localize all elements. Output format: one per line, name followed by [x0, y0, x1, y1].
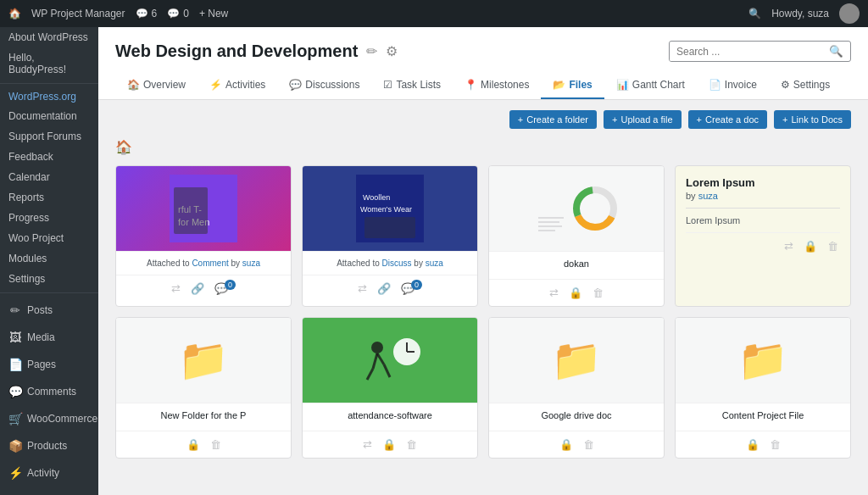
breadcrumb: 🏠 — [115, 139, 851, 155]
comment-count[interactable]: 💬 6 — [136, 8, 158, 19]
create-folder-button[interactable]: + Create a folder — [509, 110, 597, 129]
move-file-2[interactable]: ⇄ — [356, 281, 369, 297]
update-count[interactable]: 💬 0 — [167, 8, 189, 19]
tab-gantt-chart[interactable]: 📊 Gantt Chart — [604, 72, 697, 99]
tab-settings[interactable]: ⚙ Settings — [769, 72, 842, 99]
sidebar-posts[interactable]: ✏ Posts — [0, 297, 98, 324]
svg-rect-11 — [538, 225, 562, 227]
milestones-icon: 📍 — [465, 79, 477, 91]
lorem-lock[interactable]: 🔒 — [802, 238, 819, 254]
search-icon[interactable]: 🔍 — [748, 8, 761, 19]
tab-settings-icon: ⚙ — [781, 79, 790, 91]
move-file-3[interactable]: ⇄ — [548, 285, 560, 301]
file-name-content-project: Content Project File — [684, 410, 842, 420]
file-name-attendance: attendance-software — [311, 410, 469, 420]
tab-milestones[interactable]: 📍 Milestones — [453, 72, 541, 99]
delete-folder-1[interactable]: 🗑 — [209, 437, 223, 453]
sidebar-calendar[interactable]: Calendar — [0, 167, 98, 187]
search-input[interactable] — [670, 42, 822, 61]
comment-link[interactable]: Comment — [192, 259, 228, 268]
discuss-link[interactable]: Discuss — [382, 259, 412, 268]
tab-invoice[interactable]: 📄 Invoice — [697, 72, 769, 99]
project-search[interactable]: 🔍 — [669, 41, 851, 62]
link-to-docs-button[interactable]: + Link to Docs — [774, 110, 851, 129]
create-folder-icon: + — [518, 114, 523, 125]
tab-files[interactable]: 📂 Files — [541, 72, 604, 99]
sidebar-modules[interactable]: Modules — [0, 248, 98, 269]
move-attendance[interactable]: ⇄ — [361, 437, 374, 453]
link-file-2[interactable]: 🔗 — [376, 281, 392, 297]
wp-logo[interactable]: 🏠 — [8, 8, 21, 19]
file-info-dokan: dokan — [489, 251, 664, 279]
sidebar-woo-project[interactable]: Woo Project — [0, 228, 98, 248]
tab-discussions[interactable]: 💬 Discussions — [277, 72, 371, 99]
site-name[interactable]: WP Project Manager — [31, 8, 125, 19]
link-file-1[interactable]: 🔗 — [189, 281, 206, 297]
avatar[interactable] — [839, 3, 860, 24]
sidebar-media[interactable]: 🖼 Media — [0, 324, 98, 351]
file-actions-new-folder: 🔒 🗑 — [116, 431, 291, 458]
file-actions-content-project: 🔒 🗑 — [676, 431, 850, 458]
file-card-womens: Woollen Women's Wear Attached to Discuss… — [302, 165, 478, 307]
tab-overview[interactable]: 🏠 Overview — [115, 72, 198, 99]
search-button[interactable]: 🔍 — [822, 42, 850, 61]
sidebar-feedback[interactable]: Feedback — [0, 147, 98, 167]
lorem-actions: ⇄ 🔒 🗑 — [686, 232, 840, 254]
project-settings-icon[interactable]: ⚙ — [386, 43, 398, 59]
lorem-delete[interactable]: 🗑 — [826, 238, 840, 254]
comment-badge-2: 0 — [411, 280, 422, 290]
svg-rect-7 — [364, 217, 415, 238]
file-info-content-project: Content Project File — [676, 403, 850, 431]
sidebar-woocommerce[interactable]: 🛒 WooCommerce — [0, 405, 98, 432]
sidebar-wordpress-org[interactable]: WordPress.org — [0, 87, 98, 106]
sidebar-settings[interactable]: Settings — [0, 269, 98, 289]
breadcrumb-home-icon[interactable]: 🏠 — [115, 139, 132, 155]
file-card-new-folder: 📁 New Folder for the P 🔒 🗑 — [115, 317, 292, 459]
lorem-body: Lorem Ipsum — [686, 215, 840, 225]
lorem-move[interactable]: ⇄ — [782, 238, 795, 254]
svg-rect-12 — [538, 230, 555, 231]
lock-content-project[interactable]: 🔒 — [744, 437, 761, 453]
move-file-1[interactable]: ⇄ — [170, 281, 182, 297]
delete-content-project[interactable]: 🗑 — [768, 437, 782, 453]
file-grid-row2: 📁 New Folder for the P 🔒 🗑 — [115, 317, 851, 459]
tab-activities[interactable]: ⚡ Activities — [198, 72, 277, 99]
file-attached-tshirt: Attached to Comment by suza — [125, 259, 282, 268]
folder-icon-3: 📁 — [737, 336, 788, 384]
lock-file-3[interactable]: 🔒 — [567, 285, 584, 301]
comment-file-1[interactable]: 💬0 — [213, 281, 237, 297]
suza-link-1[interactable]: suza — [242, 259, 260, 268]
sidebar-comments[interactable]: 💬 Comments — [0, 378, 98, 405]
sidebar-hello-buddypress[interactable]: Hello, BuddyPress! — [0, 47, 98, 80]
sidebar-progress[interactable]: Progress — [0, 208, 98, 228]
file-card-attendance: attendance-software ⇄ 🔒 🗑 — [302, 317, 478, 459]
sidebar-about-wordpress[interactable]: About WordPress — [0, 27, 98, 47]
tab-task-lists[interactable]: ☑ Task Lists — [371, 72, 453, 99]
comment-file-2[interactable]: 💬0 — [399, 281, 424, 297]
suza-link-2[interactable]: suza — [426, 259, 443, 268]
lock-folder-1[interactable]: 🔒 — [185, 437, 202, 453]
sidebar-reports[interactable]: Reports — [0, 187, 98, 208]
lock-attendance[interactable]: 🔒 — [381, 437, 398, 453]
lorem-user-link[interactable]: suza — [698, 191, 718, 201]
delete-google-drive[interactable]: 🗑 — [581, 437, 596, 453]
create-doc-button[interactable]: + Create a doc — [688, 110, 767, 129]
sidebar-products[interactable]: 📦 Products — [0, 432, 98, 459]
upload-file-button[interactable]: + Upload a file — [604, 110, 682, 129]
sidebar-support-forums[interactable]: Support Forums — [0, 126, 98, 147]
sidebar-emails[interactable]: ✉ Emails — [0, 487, 98, 495]
sidebar-pages[interactable]: 📄 Pages — [0, 351, 98, 378]
project-tabs: 🏠 Overview ⚡ Activities 💬 Discussions ☑ … — [115, 72, 851, 99]
sidebar-documentation[interactable]: Documentation — [0, 106, 98, 126]
edit-title-icon[interactable]: ✏ — [366, 43, 377, 59]
user-greeting: Howdy, suza — [771, 8, 829, 19]
file-card-content-project: 📁 Content Project File 🔒 🗑 — [675, 317, 851, 459]
link-to-docs-icon: + — [782, 114, 787, 125]
sidebar-activity[interactable]: ⚡ Activity — [0, 459, 98, 487]
new-button[interactable]: + New — [199, 8, 228, 19]
file-thumbnail-dokan — [489, 166, 664, 251]
file-thumbnail-new-folder: 📁 — [116, 318, 291, 403]
lock-google-drive[interactable]: 🔒 — [558, 437, 575, 453]
delete-attendance[interactable]: 🗑 — [404, 437, 419, 453]
delete-file-3[interactable]: 🗑 — [591, 285, 605, 301]
